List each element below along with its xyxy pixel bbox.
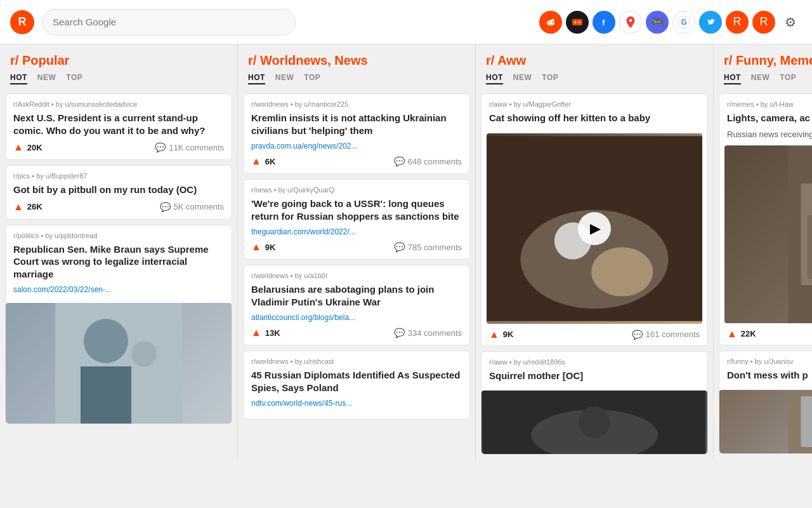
post-subreddit: r/politics [13,232,39,239]
vote-count: 9K [503,330,514,339]
google-maps-icon[interactable] [619,11,642,34]
vote-count: 13K [265,328,280,338]
vote-area: ▲ 22K [727,328,756,340]
comment-count: 161 comments [646,330,700,339]
post-card[interactable]: r/news • by u/QuirkyQuarQ 'We're going b… [243,179,470,260]
tab-hot[interactable]: HOT [248,72,265,84]
vote-area: ▲ 20K [13,142,43,153]
upvote-icon[interactable]: ▲ [13,201,23,213]
facebook-icon[interactable]: f [593,11,615,34]
column-funny: r/ Funny, Memes, HOTNEWTOP r/memes • by … [714,44,812,460]
reddit-red2-icon[interactable]: R [752,11,775,34]
tab-top[interactable]: TOP [542,72,558,84]
comment-area: 💬 648 comments [394,156,462,166]
upvote-icon[interactable]: ▲ [251,241,261,253]
comment-icon: 💬 [155,142,166,152]
post-card[interactable]: r/worldnews • by u/a1b0r Belarusians are… [243,265,470,345]
post-card[interactable]: r/politics • by u/ppldontread Republican… [5,225,232,425]
vote-area: ▲ 9K [489,329,513,340]
vote-area: ▲ 6K [251,156,275,167]
upvote-icon[interactable]: ▲ [251,327,261,338]
svg-rect-16 [81,366,131,424]
comment-count: 5K comments [174,202,224,211]
post-link[interactable]: pravda.com.ua/eng/news/202... [251,142,462,150]
tab-new[interactable]: NEW [751,72,770,84]
tab-new[interactable]: NEW [37,72,56,84]
tab-new[interactable]: NEW [513,72,532,84]
post-footer: ▲ 26K 💬 5K comments [13,201,224,213]
post-card[interactable]: r/funny • by u/Juanisv Don't mess with p [719,351,812,455]
post-card[interactable]: r/worldnews • by u/rishcast 45 Russian D… [243,351,470,420]
post-author: u/l-Haw [769,100,793,108]
comment-area: 💬 161 comments [632,330,700,340]
alien-dark-icon[interactable] [566,11,589,34]
twitter-icon[interactable] [699,11,722,34]
reddit-snoo-icon[interactable] [539,11,562,34]
discord-icon[interactable]: 🎮 [646,11,669,34]
post-title: Belarusians are sabotaging plans to join… [251,283,462,308]
column-worldnews: r/ Worldnews, News HOTNEWTOP r/worldnews… [238,44,476,460]
svg-rect-6 [572,19,582,25]
post-author: u/MagpieGrifter [523,100,571,108]
post-card[interactable]: r/memes • by u/l-Haw Lights, camera, ac … [719,93,812,345]
comment-icon: 💬 [160,202,171,212]
vote-count: 22K [741,329,756,338]
header-icons: f🎮GRR⚙ [539,11,802,34]
svg-text:f: f [602,17,605,27]
vote-area: ▲ 13K [251,327,280,338]
comment-icon: 💬 [394,242,405,252]
post-subreddit: r/aww [489,100,508,108]
svg-point-1 [547,20,554,25]
post-card[interactable]: r/aww • by u/reddit1896s Squirrel mother… [481,351,708,455]
column-header-aww: r/ Aww HOTNEWTOP [476,44,713,88]
tab-hot[interactable]: HOT [10,72,27,84]
subreddit-prefix: r/ [248,53,256,67]
comment-area: 💬 11K comments [155,142,224,152]
post-card[interactable]: r/aww • by u/MagpieGrifter Cat showing o… [481,93,708,346]
google-icon[interactable]: G [672,11,695,34]
reddit-red1-icon[interactable]: R [726,11,749,34]
post-link[interactable]: atlanticcouncil.org/blogs/bela... [251,313,462,322]
tab-top[interactable]: TOP [66,72,82,84]
column-title-worldnews: r/ Worldnews, News [248,53,465,68]
tab-top[interactable]: TOP [304,72,320,84]
post-meta: r/pics • by u/Buppster87 [13,172,224,180]
post-link[interactable]: theguardian.com/world/2022/... [251,227,462,236]
svg-rect-30 [801,396,813,447]
post-subreddit: r/pics [13,172,30,180]
upvote-icon[interactable]: ▲ [13,142,23,153]
upvote-icon[interactable]: ▲ [727,328,737,340]
subreddit-prefix: r/ [486,53,494,67]
vote-area: ▲ 26K [13,201,43,213]
post-link[interactable]: ndtv.com/world-news/45-rus... [251,399,462,408]
post-card[interactable]: r/AskReddit • by u/sumunsolicitedadvice … [5,93,232,160]
post-author: u/Buppster87 [46,172,87,180]
subreddit-prefix: r/ [10,53,18,67]
post-footer: ▲ 13K 💬 334 comments [251,327,462,338]
tab-top[interactable]: TOP [780,72,796,84]
post-title: Don't mess with p [727,369,812,382]
subreddit-name: Popular [22,53,69,67]
search-input[interactable] [42,9,296,36]
post-meta: r/politics • by u/ppldontread [13,232,224,239]
tab-hot[interactable]: HOT [724,72,741,84]
post-title: Squirrel mother [OC] [489,370,700,382]
post-link[interactable]: salon.com/2022/03/22/sen-... [13,285,224,294]
column-title-popular: r/ Popular [10,53,227,68]
upvote-icon[interactable]: ▲ [489,329,499,340]
post-author: u/manticor225 [304,100,348,108]
column-title-aww: r/ Aww [486,53,703,68]
svg-point-3 [552,21,553,22]
upvote-icon[interactable]: ▲ [251,156,261,167]
svg-point-17 [131,341,157,366]
tab-hot[interactable]: HOT [486,72,503,84]
subreddit-prefix: r/ [724,53,732,67]
comment-icon: 💬 [394,328,405,338]
post-card[interactable]: r/worldnews • by u/manticor225 Kremlin i… [243,93,470,174]
settings-icon[interactable]: ⚙ [779,11,802,34]
reddit-logo[interactable]: R [10,10,34,34]
svg-rect-28 [808,215,813,279]
post-meta: r/news • by u/QuirkyQuarQ [251,186,462,194]
tab-new[interactable]: NEW [275,72,294,84]
post-card[interactable]: r/pics • by u/Buppster87 Got bit by a pi… [5,165,232,220]
